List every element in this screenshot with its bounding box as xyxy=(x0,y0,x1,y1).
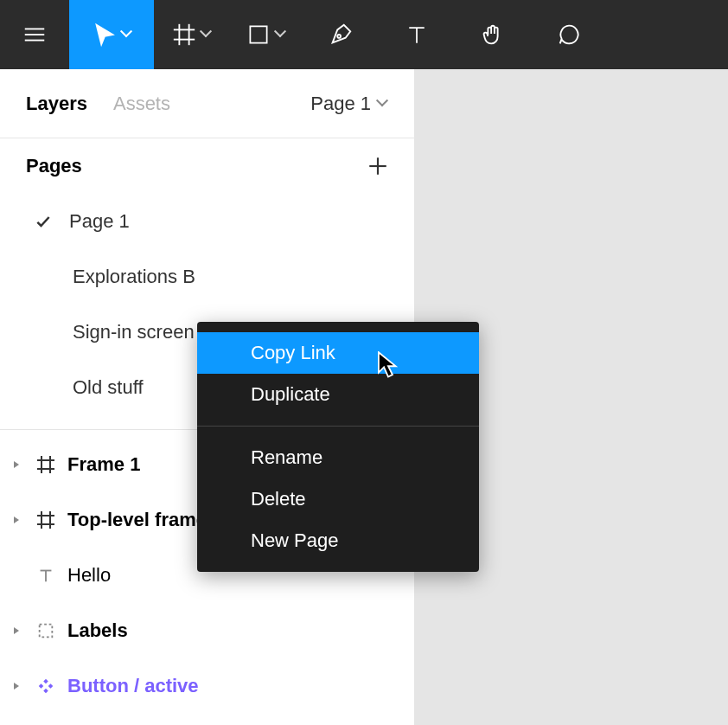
add-page-button[interactable] xyxy=(366,154,390,178)
toolbar xyxy=(0,0,728,69)
text-tool-button[interactable] xyxy=(379,0,455,69)
layer-label: Top-level frame xyxy=(67,509,207,531)
chevron-down-icon xyxy=(201,29,212,40)
page-switcher[interactable]: Page 1 xyxy=(310,93,388,115)
hand-tool-button[interactable] xyxy=(455,0,531,69)
expand-triangle-icon[interactable] xyxy=(9,678,24,694)
page-item[interactable]: Page 1 xyxy=(0,194,414,249)
layer-row-group[interactable]: Labels xyxy=(0,603,414,658)
page-item[interactable]: Explorations B xyxy=(0,249,414,305)
tab-assets[interactable]: Assets xyxy=(113,93,170,115)
layer-label: Labels xyxy=(67,619,128,642)
svg-rect-7 xyxy=(250,26,266,42)
pen-tool-button[interactable] xyxy=(303,0,379,69)
svg-rect-26 xyxy=(40,625,53,638)
expand-triangle-icon[interactable] xyxy=(9,623,24,638)
page-item-label: Old stuff xyxy=(73,376,144,399)
text-icon xyxy=(33,562,59,588)
component-icon xyxy=(33,673,59,699)
shape-tool-button[interactable] xyxy=(228,0,303,69)
cursor-icon xyxy=(91,21,118,48)
svg-marker-25 xyxy=(14,627,19,634)
svg-marker-18 xyxy=(14,516,19,523)
ctx-divider xyxy=(197,426,479,427)
group-icon xyxy=(33,618,59,644)
check-icon xyxy=(35,213,69,230)
hand-icon xyxy=(479,21,507,48)
page-item-label: Sign-in screen xyxy=(73,321,195,343)
frame-icon xyxy=(170,21,198,48)
page-item-label: Explorations B xyxy=(73,266,195,288)
ctx-copy-link[interactable]: Copy Link xyxy=(197,332,479,374)
page-item-label: Page 1 xyxy=(69,210,130,233)
chevron-down-icon xyxy=(378,99,388,109)
expand-triangle-icon[interactable] xyxy=(9,457,24,472)
comment-tool-button[interactable] xyxy=(531,0,607,69)
tab-layers[interactable]: Layers xyxy=(26,93,87,115)
ctx-rename[interactable]: Rename xyxy=(197,437,479,478)
svg-point-8 xyxy=(337,35,341,38)
chevron-down-icon xyxy=(276,29,286,40)
pen-icon xyxy=(327,21,354,48)
current-page-label: Page 1 xyxy=(310,93,371,115)
frame-icon xyxy=(33,507,59,533)
text-icon xyxy=(403,21,431,48)
main-menu-button[interactable] xyxy=(0,0,69,69)
chevron-down-icon xyxy=(122,29,132,40)
menu-icon xyxy=(21,21,48,48)
comment-icon xyxy=(555,21,583,48)
ctx-new-page[interactable]: New Page xyxy=(197,520,479,561)
layer-label: Hello xyxy=(67,564,111,587)
svg-marker-27 xyxy=(14,683,19,690)
ctx-delete[interactable]: Delete xyxy=(197,478,479,520)
frame-tool-button[interactable] xyxy=(154,0,228,69)
rectangle-icon xyxy=(245,21,272,48)
pages-title: Pages xyxy=(26,155,82,177)
svg-marker-13 xyxy=(14,461,19,468)
pages-header: Pages xyxy=(0,138,414,194)
ctx-duplicate[interactable]: Duplicate xyxy=(197,374,479,415)
layer-label: Button / active xyxy=(67,675,199,697)
move-tool-button[interactable] xyxy=(69,0,154,69)
layer-row-component[interactable]: Button / active xyxy=(0,658,414,714)
panel-tabs: Layers Assets Page 1 xyxy=(0,69,414,138)
layer-label: Frame 1 xyxy=(67,453,140,476)
frame-icon xyxy=(33,452,59,478)
context-menu: Copy Link Duplicate Rename Delete New Pa… xyxy=(197,322,479,572)
expand-triangle-icon[interactable] xyxy=(9,512,24,528)
